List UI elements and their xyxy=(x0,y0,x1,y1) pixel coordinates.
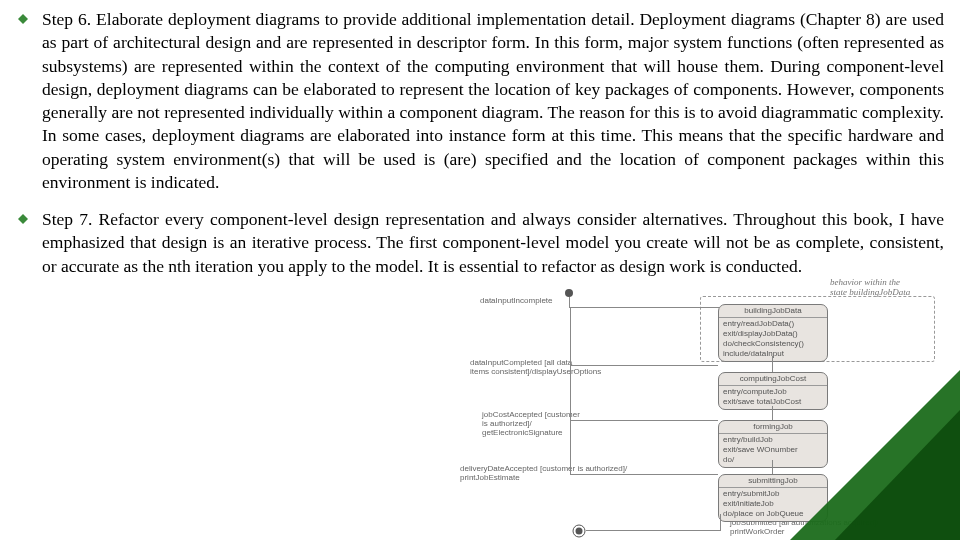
state-formingjob: formingJob entry/buildJob exit/save WOnu… xyxy=(718,420,828,468)
diamond-bullet-icon xyxy=(18,14,36,24)
label-datainput-completed: dataInputCompleted [all data items consi… xyxy=(470,358,601,376)
svg-point-4 xyxy=(576,528,583,535)
label-datainput-incomplete: dataInputIncomplete xyxy=(480,296,553,305)
annotation-behavior: behavior within the state buildingJobDat… xyxy=(830,278,910,298)
final-state-icon xyxy=(572,524,586,538)
svg-point-2 xyxy=(565,289,573,297)
diamond-bullet-icon xyxy=(18,214,36,224)
svg-marker-0 xyxy=(18,14,28,24)
step-6-text: Step 6. Elaborate deployment diagrams to… xyxy=(42,8,944,194)
state-buildingjobdata: buildingJobData entry/readJobData() exit… xyxy=(718,304,828,362)
state-submittingjob: submittingJob entry/submitJob exit/initi… xyxy=(718,474,828,522)
label-jobcost-accepted: jobCostAccepted [customer is authorized]… xyxy=(482,410,580,438)
step-7-text: Step 7. Refactor every component-level d… xyxy=(42,208,944,278)
slide-content: Step 6. Elaborate deployment diagrams to… xyxy=(0,0,960,278)
svg-marker-1 xyxy=(18,214,28,224)
bullet-step-6: Step 6. Elaborate deployment diagrams to… xyxy=(18,8,944,194)
state-computingjobcost: computingJobCost entry/computeJob exit/s… xyxy=(718,372,828,410)
bullet-step-7: Step 7. Refactor every component-level d… xyxy=(18,208,944,278)
